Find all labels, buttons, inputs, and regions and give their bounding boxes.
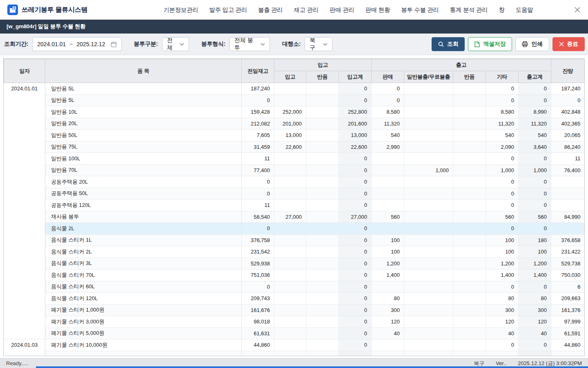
item-cell: 폐기물 스티커 3,000원 (45, 316, 242, 328)
period-range-input[interactable]: 2024.01.01 ~ 2025.12.12 (32, 37, 121, 51)
table-row[interactable]: 일반용 50L7,60513,00013,00054054054020,065 (4, 130, 585, 141)
data-grid: 일자 품 목 전일재고 입고 출고 잔량 입고 반품 입고계 판매 일반불출/무… (3, 58, 585, 356)
table-row[interactable]: 음식물 스티커 2L231,5420100100100231,422 (4, 246, 585, 258)
table-row[interactable]: 일반용 20L212,082201,000201,60011,32011,320… (4, 118, 585, 130)
table-row[interactable]: 폐기물 스티커 5,000원61,631040404061,591 (4, 328, 585, 339)
menu-item[interactable]: 창 (499, 6, 505, 14)
agency-select[interactable]: 북구 (305, 37, 332, 51)
prev-cell: 376,758 (242, 234, 274, 246)
print-button[interactable]: 인쇄 (515, 37, 549, 51)
in-total-cell: 0 (339, 258, 372, 269)
table-row[interactable]: 음식물 스티커 60L00006 (4, 281, 585, 293)
issue-cell (404, 211, 453, 223)
table-row[interactable]: 음식물 스티커 70L751,03601,4001,4001,400750,03… (4, 269, 585, 281)
item-cell: 일반용 20L (45, 118, 242, 130)
menu-item[interactable]: 재고 관리 (294, 6, 319, 14)
table-row[interactable]: 음식물 스티커 1L376,7580100100180376,658 (4, 234, 585, 246)
page-title: [w_gm804r] 일일 봉투 수불 현황 (7, 23, 86, 30)
etc-cell: 80 (486, 293, 519, 305)
excel-save-button[interactable]: 엑셀저장 (468, 37, 512, 51)
table-row[interactable]: 일반용 10L159,428252,000252,8008,5808,5808,… (4, 106, 585, 118)
sale-cell: 2,990 (372, 141, 404, 153)
menu-item[interactable]: 통계 분석 관리 (450, 6, 488, 14)
menu-item[interactable]: 불출 관리 (258, 6, 283, 14)
item-cell: 음식물 스티커 1L (45, 234, 242, 246)
etc-cell: 540 (486, 130, 519, 141)
etc-cell: 0 (486, 188, 519, 200)
app-title: 쓰레기봉투 물류시스템 (22, 6, 87, 14)
etc-cell: 100 (486, 246, 519, 258)
table-row[interactable]: 공동주택용 120L11000 (4, 200, 585, 211)
remain-cell: 20,065 (551, 130, 585, 141)
issue-cell (404, 153, 453, 165)
table-row[interactable]: 음식물 2L0000 (4, 223, 585, 235)
in-return-cell (306, 176, 339, 188)
table-row[interactable]: 공동주택용 50L0000 (4, 188, 585, 200)
agency-value: 북구 (310, 37, 318, 52)
item-cell: 재사용 봉투 (45, 211, 242, 223)
prev-cell: 31,459 (242, 141, 274, 153)
issue-cell (404, 83, 453, 95)
in-total-cell: 252,800 (339, 106, 372, 118)
in-return-cell (306, 258, 339, 269)
in-return-cell (306, 304, 339, 316)
table-row[interactable]: 2024.01.03폐기물 스티커 10,000원44,86000044,860 (4, 339, 585, 351)
in-total-cell: 0 (339, 339, 372, 351)
in-cell (274, 246, 306, 258)
prev-cell (242, 351, 274, 356)
table-row[interactable]: 폐기물 스티커 1,000원161,6760300300300161,376 (4, 304, 585, 316)
prev-cell: 61,631 (242, 328, 274, 339)
table-row[interactable]: 음식물 스티커 3L529,93801,2001,2001,200529,738 (4, 258, 585, 269)
prev-cell: 187,240 (242, 83, 274, 95)
table-row[interactable]: 폐기물 스티커 3,000원98,018012012012097,999 (4, 316, 585, 328)
remain-cell: 97,999 (551, 316, 585, 328)
sale-cell (372, 351, 404, 356)
menu-item[interactable]: 도움말 (516, 6, 533, 14)
table-row[interactable]: 일반용 70L77,40001,0001,0001,00076,400 (4, 164, 585, 176)
issue-cell (404, 316, 453, 328)
sale-cell (372, 176, 404, 188)
table-row[interactable]: 공동주택용 20L0000 (4, 176, 585, 188)
menu-item[interactable]: 발주 입고 관리 (209, 6, 247, 14)
status-datetime: 2025.12.12 (금) 3:00:32PM (518, 360, 582, 367)
out-total-cell: 100 (519, 246, 551, 258)
in-total-cell: 201,600 (339, 118, 372, 130)
etc-cell: 0 (486, 223, 519, 235)
menu-item[interactable]: 판매 현황 (365, 6, 390, 14)
item-cell: 음식물 2L (45, 223, 242, 235)
prev-cell: 0 (242, 223, 274, 235)
table-row[interactable]: 일반용 100L1100011 (4, 153, 585, 165)
menu-item[interactable]: 판매 관리 (330, 6, 354, 14)
in-return-cell (306, 293, 339, 305)
bag-type-value: 전체 (167, 37, 175, 52)
out-return-cell (453, 234, 486, 246)
issue-cell (404, 339, 453, 351)
table-row[interactable]: 일반용 75L31,45922,60022,6002,9902,0903,640… (4, 141, 585, 153)
item-cell: 공동주택용 120L (45, 200, 242, 211)
period-to-value[interactable]: 2025.12.12 (76, 41, 105, 47)
in-return-cell (306, 130, 339, 141)
in-total-cell: 0 (339, 83, 372, 95)
table-row[interactable]: 일반용 5L000000 (4, 94, 585, 106)
bag-format-select[interactable]: 전체 봉투 (229, 37, 270, 51)
table-row[interactable]: 음식물 스티커 120L209,7430808080209,663 (4, 293, 585, 305)
in-return-cell (306, 141, 339, 153)
menu-item[interactable]: 기본정보관리 (163, 6, 198, 14)
window-close-icon[interactable] (574, 7, 581, 13)
quit-button[interactable]: 종료 (552, 37, 585, 51)
etc-cell: 0 (486, 176, 519, 188)
menu-item[interactable]: 봉투 수불 관리 (401, 6, 439, 14)
search-button[interactable]: 조회 (432, 37, 465, 51)
out-return-cell (453, 188, 486, 200)
period-from-value[interactable]: 2024.01.01 (37, 41, 66, 47)
bag-type-select[interactable]: 전체 (162, 37, 189, 51)
table-row[interactable]: 2024.01.01일반용 5L187,2400000187,240 (4, 83, 585, 95)
table-row[interactable]: 재사용 봉투58,54027,00027,00056056056084,990 (4, 211, 585, 223)
status-agency: 북구 (474, 360, 484, 367)
table-row[interactable] (4, 351, 585, 356)
out-total-cell: 0 (519, 153, 551, 165)
prev-cell: 751,036 (242, 269, 274, 281)
calendar-icon[interactable] (111, 41, 117, 47)
period-separator: ~ (69, 41, 73, 47)
sale-cell: 1,200 (372, 258, 404, 269)
